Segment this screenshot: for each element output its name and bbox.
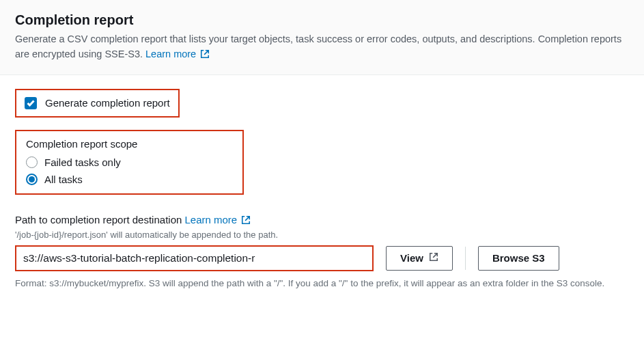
path-section: Path to completion report destination Le… xyxy=(15,214,629,290)
path-input-row: View Browse S3 xyxy=(15,245,629,271)
radio-all-tasks[interactable]: All tasks xyxy=(26,174,233,185)
scope-title: Completion report scope xyxy=(26,138,233,150)
radio-failed-tasks[interactable]: Failed tasks only xyxy=(26,156,233,168)
external-link-icon xyxy=(241,215,251,227)
description-text: Generate a CSV completion report that li… xyxy=(15,33,621,59)
generate-report-checkbox[interactable] xyxy=(25,97,37,109)
radio-all-label: All tasks xyxy=(44,174,83,185)
generate-report-checkbox-row[interactable]: Generate completion report xyxy=(25,97,170,109)
external-link-icon xyxy=(429,252,438,264)
path-learn-more-link[interactable]: Learn more xyxy=(185,214,251,225)
generate-report-highlight: Generate completion report xyxy=(15,89,180,118)
section-title: Completion report xyxy=(15,12,629,28)
path-input[interactable] xyxy=(15,245,374,271)
path-label-row: Path to completion report destination Le… xyxy=(15,214,629,227)
completion-report-body: Generate completion report Completion re… xyxy=(0,75,644,304)
browse-s3-label: Browse S3 xyxy=(492,252,545,264)
path-hint: '/job-{job-id}/report.json' will automat… xyxy=(15,230,629,240)
path-label: Path to completion report destination xyxy=(15,214,182,225)
view-button-label: View xyxy=(400,252,423,264)
radio-all-input[interactable] xyxy=(26,174,38,185)
learn-more-link[interactable]: Learn more xyxy=(145,49,210,59)
view-button[interactable]: View xyxy=(386,246,453,271)
radio-failed-label: Failed tasks only xyxy=(44,156,121,168)
format-hint: Format: s3://mybucket/myprefix. S3 will … xyxy=(15,277,629,290)
browse-s3-button[interactable]: Browse S3 xyxy=(478,246,559,271)
radio-failed-input[interactable] xyxy=(26,156,38,168)
section-description: Generate a CSV completion report that li… xyxy=(15,32,629,64)
generate-report-label: Generate completion report xyxy=(45,97,170,109)
scope-highlight: Completion report scope Failed tasks onl… xyxy=(15,130,244,195)
external-link-icon xyxy=(200,49,210,64)
completion-report-header: Completion report Generate a CSV complet… xyxy=(0,0,644,75)
button-divider xyxy=(465,247,466,270)
